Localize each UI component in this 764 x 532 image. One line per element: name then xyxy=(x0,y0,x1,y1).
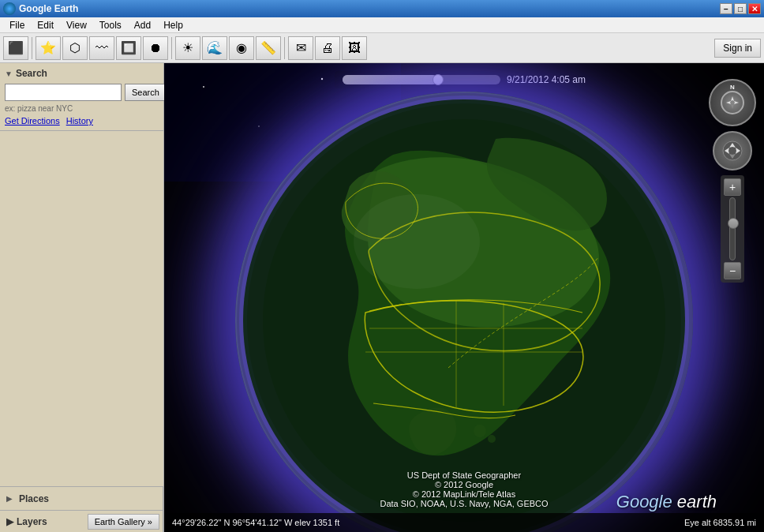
search-section: ▼ Search Search ex: pizza near NYC Get D… xyxy=(0,63,163,131)
coords-bar: 44°29'26.22" N 96°54'41.12" W elev 1351 … xyxy=(164,513,764,532)
attribution-line3: © 2012 MapLink/Tele Atlas xyxy=(380,489,548,499)
attribution-line4: Data SIO, NOAA, U.S. Navy, NGA, GEBCO xyxy=(380,499,548,508)
svg-marker-32 xyxy=(731,104,734,109)
search-input[interactable] xyxy=(5,84,122,101)
ruler-button[interactable]: 📏 xyxy=(256,36,281,60)
time-bar: 9/21/2012 4:05 am xyxy=(335,71,594,88)
ocean-button[interactable]: 🌊 xyxy=(202,36,227,60)
search-header: ▼ Search xyxy=(5,68,159,79)
globe[interactable] xyxy=(235,92,693,532)
search-row: Search xyxy=(5,84,159,101)
compass[interactable]: N xyxy=(709,79,756,126)
search-collapse-icon[interactable]: ▼ xyxy=(5,69,13,78)
eye-alt-display: Eye alt 6835.91 mi xyxy=(684,518,756,527)
title-bar: Google Earth − □ ✕ xyxy=(0,0,764,17)
menu-bar: File Edit View Tools Add Help xyxy=(0,17,764,33)
toolbar-sep-1 xyxy=(32,37,32,59)
map-view-button[interactable]: ⬛ xyxy=(3,36,28,60)
earth-gallery-button[interactable]: Earth Gallery » xyxy=(88,514,159,530)
search-button[interactable]: Search xyxy=(125,84,167,101)
compass-center[interactable] xyxy=(721,91,744,114)
path-button[interactable]: 〰 xyxy=(89,36,114,60)
get-directions-link[interactable]: Get Directions xyxy=(5,116,60,126)
attribution: US Dept of State Geographer © 2012 Googl… xyxy=(380,470,548,508)
nav-controls: N xyxy=(709,79,756,283)
left-panel-spacer xyxy=(0,131,163,486)
search-title: Search xyxy=(16,68,47,79)
history-link[interactable]: History xyxy=(66,116,93,126)
overlay-button[interactable]: 🔲 xyxy=(116,36,141,60)
places-expand-icon: ▶ xyxy=(6,494,13,503)
email-button[interactable]: ✉ xyxy=(288,36,313,60)
tilt-control[interactable] xyxy=(713,131,752,170)
svg-point-1 xyxy=(203,86,204,88)
main-layout: ▼ Search Search ex: pizza near NYC Get D… xyxy=(0,63,764,532)
svg-point-29 xyxy=(354,194,480,289)
globe-container xyxy=(235,92,693,532)
coordinates-display: 44°29'26.22" N 96°54'41.12" W elev 1351 … xyxy=(172,518,339,527)
polygon-button[interactable]: ⬡ xyxy=(62,36,88,60)
zoom-thumb[interactable] xyxy=(728,218,739,229)
time-slider[interactable] xyxy=(343,75,500,84)
svg-point-24 xyxy=(488,435,496,443)
sun-button[interactable]: ☀ xyxy=(175,36,200,60)
zoom-track[interactable] xyxy=(729,197,736,260)
menu-file[interactable]: File xyxy=(3,18,31,32)
layers-expand-icon: ▶ xyxy=(6,516,13,527)
left-panel: ▼ Search Search ex: pizza near NYC Get D… xyxy=(0,63,164,532)
print-button[interactable]: 🖨 xyxy=(315,36,340,60)
menu-help[interactable]: Help xyxy=(157,18,189,32)
maximize-button[interactable]: □ xyxy=(734,3,747,14)
toolbar-sep-2 xyxy=(171,37,172,59)
compass-arrows-icon xyxy=(725,95,740,111)
app-icon xyxy=(3,2,16,15)
places-section[interactable]: ▶ Places xyxy=(0,486,163,510)
svg-point-23 xyxy=(474,425,486,437)
menu-add[interactable]: Add xyxy=(128,18,157,32)
placemark-button[interactable]: ⭐ xyxy=(36,36,61,60)
time-display: 9/21/2012 4:05 am xyxy=(507,74,586,85)
ge-logo: Google earth xyxy=(616,492,717,512)
menu-tools[interactable]: Tools xyxy=(93,18,128,32)
svg-point-3 xyxy=(321,78,323,80)
save-image-button[interactable]: 🖼 xyxy=(342,36,367,60)
menu-edit[interactable]: Edit xyxy=(31,18,60,32)
zoom-in-button[interactable]: + xyxy=(724,178,741,196)
search-links: Get Directions History xyxy=(5,116,159,126)
tilt-icon xyxy=(721,140,743,162)
zoom-out-button[interactable]: − xyxy=(724,262,741,279)
minimize-button[interactable]: − xyxy=(720,3,732,14)
places-label: Places xyxy=(19,493,49,504)
svg-marker-33 xyxy=(726,101,731,104)
google-logo-text: Google xyxy=(616,492,672,511)
compass-north-label: N xyxy=(730,84,735,91)
toolbar-sep-3 xyxy=(284,37,285,59)
svg-marker-34 xyxy=(734,101,739,104)
layers-label: Layers xyxy=(17,516,47,527)
layers-label-group[interactable]: ▶ Layers xyxy=(0,516,88,527)
close-button[interactable]: ✕ xyxy=(748,3,761,14)
app-title: Google Earth xyxy=(19,3,720,14)
window-controls: − □ ✕ xyxy=(720,3,761,14)
map-area[interactable]: 9/21/2012 4:05 am xyxy=(164,63,764,532)
menu-view[interactable]: View xyxy=(60,18,93,32)
record-button[interactable]: ⏺ xyxy=(143,36,168,60)
attribution-line1: US Dept of State Geographer xyxy=(380,470,548,480)
zoom-control: + − xyxy=(721,175,744,283)
globe-svg xyxy=(235,92,693,532)
svg-marker-31 xyxy=(731,96,734,101)
signin-button[interactable]: Sign in xyxy=(714,39,761,58)
toolbar: ⬛ ⭐ ⬡ 〰 🔲 ⏺ ☀ 🌊 ◉ 📏 ✉ 🖨 🖼 Sign in xyxy=(0,33,764,63)
search-hint: ex: pizza near NYC xyxy=(5,104,159,113)
attribution-line2: © 2012 Google xyxy=(380,480,548,489)
layers-section: ▶ Layers Earth Gallery » xyxy=(0,510,163,532)
atmosphere-button[interactable]: ◉ xyxy=(229,36,254,60)
